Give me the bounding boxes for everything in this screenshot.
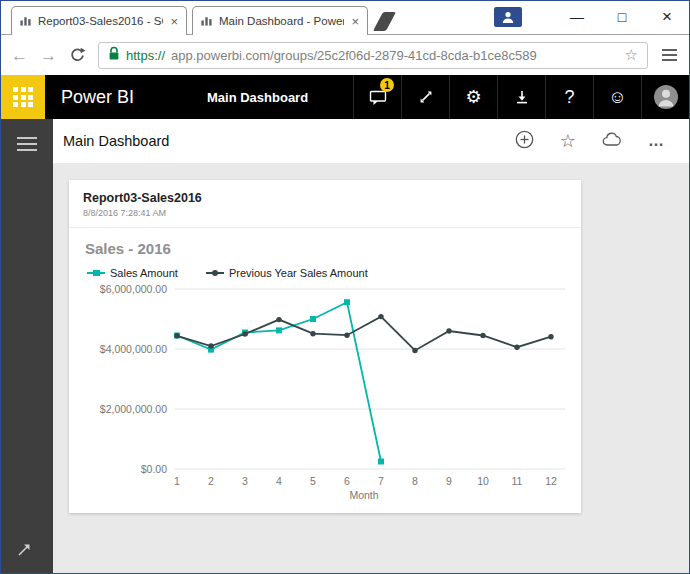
fullscreen-arrows-icon	[418, 89, 434, 105]
svg-text:2: 2	[208, 475, 214, 487]
dashboard-actions: ☆ …	[515, 130, 665, 153]
user-avatar[interactable]	[641, 75, 689, 119]
svg-text:$6,000,000.00: $6,000,000.00	[100, 283, 167, 295]
powerbi-header: Power BI Main Dashboard 1 ⚙ ? ☺	[1, 75, 689, 119]
avatar-person-icon	[653, 84, 679, 110]
window-minimize-button[interactable]: —	[563, 6, 591, 28]
tab-close-icon[interactable]: ×	[169, 15, 179, 28]
svg-text:$0.00: $0.00	[141, 463, 167, 475]
refresh-button[interactable]	[69, 47, 86, 64]
dashboard-canvas: Report03-Sales2016 8/8/2016 7:28:41 AM S…	[53, 163, 689, 573]
svg-text:9: 9	[446, 475, 452, 487]
person-icon	[501, 11, 515, 23]
forward-button[interactable]: →	[40, 47, 57, 64]
svg-text:3: 3	[242, 475, 248, 487]
browser-window: Report03-Sales2016 - SQ × Main Dashboard…	[0, 0, 690, 574]
legend-marker-icon	[206, 269, 224, 278]
download-button[interactable]	[497, 75, 545, 119]
tab-close-icon[interactable]: ×	[350, 15, 360, 28]
dashboard-header: Main Dashboard ☆ …	[53, 119, 689, 163]
chart-title: Sales - 2016	[85, 240, 571, 257]
bookmark-star-icon[interactable]: ☆	[625, 46, 638, 64]
svg-text:8: 8	[412, 475, 418, 487]
more-options-icon[interactable]: …	[648, 133, 665, 149]
refresh-icon	[69, 47, 86, 64]
svg-text:5: 5	[310, 475, 316, 487]
url-text: app.powerbi.com/groups/25c2f06d-2879-41c…	[171, 48, 619, 63]
svg-text:12: 12	[545, 475, 557, 487]
svg-text:10: 10	[477, 475, 489, 487]
svg-text:$2,000,000.00: $2,000,000.00	[100, 403, 167, 415]
svg-text:1: 1	[174, 475, 180, 487]
tab-label: Report03-Sales2016 - SQ	[38, 15, 163, 27]
settings-gear-icon[interactable]: ⚙	[449, 75, 497, 119]
powerbi-brand: Power BI	[61, 87, 134, 108]
left-sidebar	[1, 119, 53, 573]
page-title: Main Dashboard	[63, 133, 169, 149]
tile-title: Report03-Sales2016	[83, 191, 567, 205]
browser-tab-report[interactable]: Report03-Sales2016 - SQ ×	[11, 6, 187, 35]
legend-item: Sales Amount	[87, 267, 178, 279]
sidebar-expand-icon[interactable]	[14, 540, 34, 560]
legend-marker-icon	[87, 269, 105, 278]
legend-label: Sales Amount	[110, 267, 178, 279]
help-button[interactable]: ?	[545, 75, 593, 119]
feedback-button[interactable]: 1	[353, 75, 401, 119]
svg-text:6: 6	[344, 475, 350, 487]
favorite-star-icon[interactable]: ☆	[560, 132, 576, 150]
browser-tab-dashboard[interactable]: Main Dashboard - Power B ×	[192, 6, 368, 35]
app-launcher-waffle-icon[interactable]	[1, 75, 45, 119]
svg-text:11: 11	[512, 475, 523, 487]
legend-label: Previous Year Sales Amount	[229, 267, 368, 279]
legend-item: Previous Year Sales Amount	[206, 267, 368, 279]
url-scheme: https://	[126, 48, 165, 63]
tile-header: Report03-Sales2016 8/8/2016 7:28:41 AM	[69, 180, 581, 228]
sidebar-menu-icon[interactable]	[17, 137, 37, 151]
window-maximize-button[interactable]: □	[608, 6, 636, 28]
dashboard-tile[interactable]: Report03-Sales2016 8/8/2016 7:28:41 AM S…	[69, 180, 581, 513]
svg-text:7: 7	[378, 475, 384, 487]
add-tile-icon[interactable]	[515, 130, 534, 153]
secure-lock-icon	[108, 46, 120, 64]
tab-label: Main Dashboard - Power B	[219, 15, 344, 27]
browser-toolbar: ← → https:// app.powerbi.com/groups/25c2…	[1, 35, 689, 75]
tab-chart-icon	[200, 14, 213, 29]
header-icon-group: 1 ⚙ ? ☺	[353, 75, 689, 119]
dashboard-title-header: Main Dashboard	[207, 90, 308, 105]
back-button[interactable]: ←	[11, 47, 28, 64]
browser-profile-button[interactable]	[494, 7, 522, 27]
fullscreen-button[interactable]	[401, 75, 449, 119]
content-area: Main Dashboard ☆ … Report03-Sales2016	[1, 119, 689, 573]
cloud-icon[interactable]	[602, 131, 622, 151]
tile-body: Sales - 2016 Sales AmountPrevious Year S…	[69, 228, 581, 513]
window-controls: — □ ×	[494, 6, 681, 28]
browser-menu-icon[interactable]	[660, 46, 679, 64]
chart-legend: Sales AmountPrevious Year Sales Amount	[87, 267, 571, 279]
window-close-button[interactable]: ×	[653, 6, 681, 28]
new-tab-button[interactable]	[373, 12, 396, 31]
tab-strip: Report03-Sales2016 - SQ × Main Dashboard…	[11, 6, 391, 35]
svg-text:$4,000,000.00: $4,000,000.00	[100, 343, 167, 355]
tab-chart-icon	[19, 14, 32, 29]
tile-timestamp: 8/8/2016 7:28:41 AM	[83, 208, 567, 218]
svg-text:4: 4	[276, 475, 282, 487]
download-icon	[514, 89, 530, 105]
sales-line-chart: $0.00$2,000,000.00$4,000,000.00$6,000,00…	[85, 281, 569, 503]
address-bar[interactable]: https:// app.powerbi.com/groups/25c2f06d…	[98, 42, 648, 69]
svg-text:Month: Month	[349, 489, 378, 501]
window-titlebar: Report03-Sales2016 - SQ × Main Dashboard…	[1, 1, 689, 35]
dashboard-main: Main Dashboard ☆ … Report03-Sales2016	[53, 119, 689, 573]
notification-badge: 1	[380, 78, 394, 92]
smiley-feedback-icon[interactable]: ☺	[593, 75, 641, 119]
